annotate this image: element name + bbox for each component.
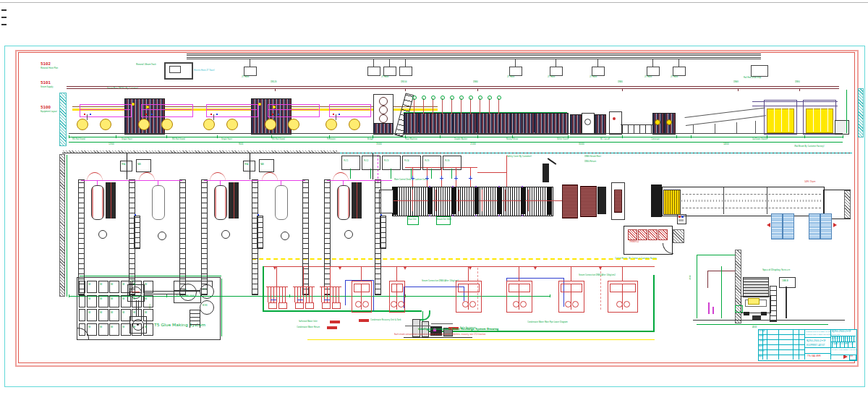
scorer-unit [595,114,606,135]
dim-tick [622,135,623,138]
dim-tick [691,135,692,138]
divider-dot [498,186,500,187]
section-code-3: 5100 [41,106,51,109]
unit-circle [572,301,579,307]
splicer-dot [258,103,261,106]
unit-label: Up/Down Stacker [752,138,768,140]
tank1-label: BCH1 [203,305,208,307]
cabinet [628,229,637,240]
dim-tick [843,135,843,138]
barrel [121,309,131,321]
pipe-tag: DN50 [795,81,800,83]
trap-box [332,302,341,309]
comb-tooth [306,287,307,302]
exit-divider [723,187,724,214]
boiler-pipe [431,323,453,324]
tb-company1: CORRUGATOR MACHINERY CO LTD [806,331,830,332]
rotary-shear [570,114,582,135]
unit-label: Conveyor [651,138,660,140]
comb-tooth [279,287,280,302]
hoist-drop [250,59,250,67]
trap-box [322,302,331,309]
hoist-drop [652,59,653,67]
steam-drop-pipe [451,98,452,114]
monorail-line [187,55,761,56]
panel-lead [370,169,371,179]
monorail-line [187,57,761,58]
riser [303,266,304,287]
barrel [87,309,97,321]
storage-tank-1 [200,300,214,315]
steam-top-main [263,266,655,267]
db-divider [453,114,454,132]
unit-label: Slitter Scorer [557,138,569,140]
tb-row3: PLANT LAYOUT GENERAL DRAWING [832,349,857,350]
unit-label: Bridge [367,138,373,140]
scorer-plan [597,187,606,214]
steam-drop-pipe [470,98,471,114]
truss-chord [80,109,130,110]
barrel [109,295,119,307]
comb-tooth [294,287,295,302]
barrel [79,281,85,293]
recovery-unit-top [561,284,582,292]
panel-box [402,156,421,170]
hoist-label: 2T Hoist [548,76,555,78]
db-centerline [383,200,564,201]
barrel [79,323,85,336]
trap-blue [324,300,330,300]
paper-roll-plan [214,185,227,220]
tb-cell [841,336,842,342]
roll-arm [87,114,88,120]
tb-line [758,334,804,335]
preheater-roll [379,114,388,123]
drop-valve [431,96,435,100]
arm-dot [216,114,218,115]
comb-tooth [276,287,277,302]
hoist-label: 2T Hoist [507,76,514,78]
barrel [132,309,142,321]
barrel [87,323,97,336]
right-dim-line [846,90,847,133]
db-divider-bar [475,187,479,214]
drop-valve [412,96,417,100]
schematic-bottom-rule [307,339,655,340]
tb-right-top: BJ250-2500-2+1F [832,331,851,333]
barrel-mark: 88 [111,312,113,314]
riser [276,266,277,287]
pipe-support [622,88,623,91]
cutoff-plan-core [614,190,622,213]
schematic-title: Intelligent Condensate Water Recharge Sy… [418,328,498,331]
panel-box-label: PLC5 [425,160,429,162]
truss-chord [206,109,257,110]
divider-dot [498,215,500,216]
tb-cell [852,342,853,347]
paper-roll-plan [275,185,288,220]
dim-v [721,266,722,318]
monorail-line [187,54,761,54]
pallet-stack [809,213,820,239]
barrel-mark: 88 [88,312,90,314]
hoist-label: 2T Hoist [242,76,249,78]
slitter-roll [584,119,591,125]
barrel [98,281,109,293]
line-end-block [835,120,849,135]
panel-box [382,156,401,170]
conveyor-leg [628,124,629,133]
dim-value: 21000 [470,143,476,145]
hoist-label: 2T Hoist [671,76,678,78]
arm-dot [339,114,340,115]
stack-seam [820,109,821,132]
red-tick [505,190,506,211]
exit-dash [664,194,821,195]
panel-box-label: PLC3 [384,160,388,162]
unit-circle [355,301,362,307]
barrel-mark: 88 [122,284,124,286]
steam-drop-pipe [423,98,424,114]
stair-step [190,321,200,321]
arm-dot [151,114,153,115]
dim-tick [550,294,550,297]
logo-text: KM [850,355,853,357]
dim-tick [804,135,805,138]
hoist-drop [405,59,406,67]
